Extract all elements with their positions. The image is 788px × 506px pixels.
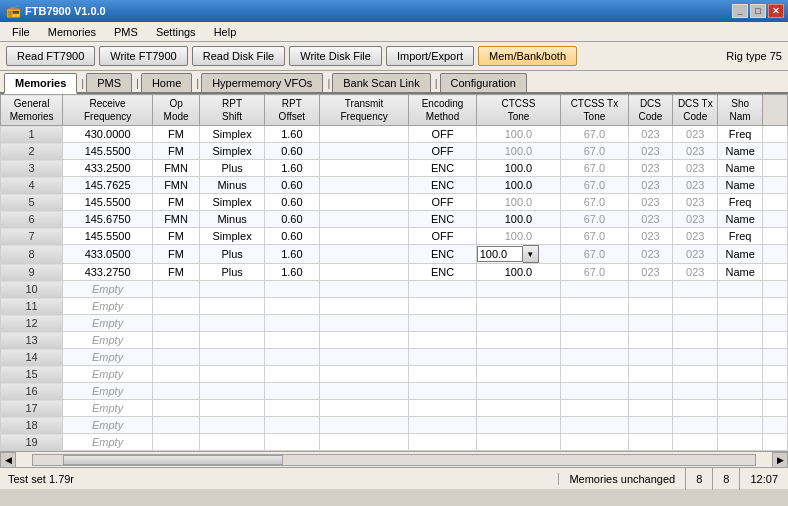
cell-freq[interactable]: 433.2750 <box>63 264 153 281</box>
tab-memories[interactable]: Memories <box>4 73 77 94</box>
cell-shift[interactable]: Plus <box>200 160 265 177</box>
cell-mode[interactable]: FM <box>152 194 199 211</box>
cell-mode[interactable]: FMN <box>152 160 199 177</box>
cell-offset[interactable]: 0.60 <box>264 228 319 245</box>
cell-dcs-tx[interactable]: 023 <box>673 211 718 228</box>
tab-bank-scan[interactable]: Bank Scan Link <box>332 73 430 92</box>
cell-ctcss[interactable]: 100.0 100.0 103.5 107.2 110.9 114.8 118.… <box>476 264 561 281</box>
cell-dcs[interactable]: 023 <box>628 228 673 245</box>
cell-shift[interactable]: Simplex <box>200 194 265 211</box>
cell-offset[interactable]: 1.60 <box>264 126 319 143</box>
minimize-button[interactable]: _ <box>732 4 748 18</box>
cell-offset[interactable]: 1.60 <box>264 264 319 281</box>
cell-ctcss-tx[interactable]: 67.0 <box>561 211 628 228</box>
cell-dcs[interactable]: 023 <box>628 177 673 194</box>
tab-configuration[interactable]: Configuration <box>440 73 527 92</box>
cell-enc[interactable]: OFF <box>409 143 476 160</box>
cell-enc[interactable]: OFF <box>409 194 476 211</box>
cell-enc[interactable]: ENC <box>409 211 476 228</box>
cell-mode[interactable]: FMN <box>152 177 199 194</box>
cell-ctcss-tx[interactable]: 67.0 <box>561 177 628 194</box>
mem-bank-both-button[interactable]: Mem/Bank/both <box>478 46 577 66</box>
cell-shift[interactable]: Simplex <box>200 126 265 143</box>
tab-home[interactable]: Home <box>141 73 192 92</box>
cell-offset[interactable]: 1.60 <box>264 245 319 264</box>
read-disk-button[interactable]: Read Disk File <box>192 46 286 66</box>
cell-dcs-tx[interactable]: 023 <box>673 160 718 177</box>
cell-ctcss[interactable]: 100.0 <box>476 126 561 143</box>
cell-enc[interactable]: ENC <box>409 264 476 281</box>
cell-ctcss[interactable]: 100.0 <box>476 211 561 228</box>
cell-enc[interactable]: ENC <box>409 245 476 264</box>
ctcss-input[interactable] <box>477 246 523 262</box>
cell-tx[interactable] <box>319 126 409 143</box>
cell-shift[interactable]: Minus <box>200 177 265 194</box>
cell-dcs[interactable]: 023 <box>628 143 673 160</box>
cell-dcs-tx[interactable]: 023 <box>673 245 718 264</box>
scrollbar-thumb[interactable] <box>63 455 283 465</box>
scrollbar-track[interactable] <box>32 454 756 466</box>
cell-freq[interactable]: 145.6750 <box>63 211 153 228</box>
cell-offset[interactable]: 0.60 <box>264 143 319 160</box>
scrollbar-right-arrow[interactable]: ▶ <box>772 452 788 468</box>
cell-shift[interactable]: Simplex <box>200 143 265 160</box>
horizontal-scrollbar[interactable]: ◀ ▶ <box>0 451 788 467</box>
cell-dcs-tx[interactable]: 023 <box>673 143 718 160</box>
cell-offset[interactable]: 0.60 <box>264 211 319 228</box>
cell-dcs[interactable]: 023 <box>628 160 673 177</box>
import-export-button[interactable]: Import/Export <box>386 46 474 66</box>
write-disk-button[interactable]: Write Disk File <box>289 46 382 66</box>
scrollbar-left-arrow[interactable]: ◀ <box>0 452 16 468</box>
cell-mode[interactable]: FM <box>152 228 199 245</box>
cell-tx[interactable] <box>319 211 409 228</box>
cell-ctcss-tx[interactable]: 67.0 <box>561 160 628 177</box>
ctcss-dropdown-list[interactable]: 100.0 103.5 107.2 110.9 114.8 118.8 123.… <box>476 264 477 281</box>
cell-ctcss-tx[interactable]: 67.0 <box>561 126 628 143</box>
cell-tx[interactable] <box>319 245 409 264</box>
cell-dcs[interactable]: 023 <box>628 245 673 264</box>
cell-freq[interactable]: 145.7625 <box>63 177 153 194</box>
cell-dcs-tx[interactable]: 023 <box>673 126 718 143</box>
cell-tx[interactable] <box>319 143 409 160</box>
cell-sho[interactable]: Name <box>718 264 763 281</box>
cell-tx[interactable] <box>319 194 409 211</box>
cell-shift[interactable]: Simplex <box>200 228 265 245</box>
write-ft7900-button[interactable]: Write FT7900 <box>99 46 187 66</box>
cell-dcs-tx[interactable]: 023 <box>673 228 718 245</box>
cell-sho[interactable]: Name <box>718 143 763 160</box>
cell-enc[interactable]: ENC <box>409 160 476 177</box>
cell-ctcss[interactable]: 100.0 <box>476 143 561 160</box>
menu-file[interactable]: File <box>4 24 38 40</box>
cell-ctcss-dropdown[interactable]: ▼ <box>476 245 561 264</box>
cell-offset[interactable]: 1.60 <box>264 160 319 177</box>
cell-dcs-tx[interactable]: 023 <box>673 194 718 211</box>
cell-ctcss[interactable]: 100.0 <box>476 194 561 211</box>
cell-ctcss-tx[interactable]: 67.0 <box>561 228 628 245</box>
cell-mode[interactable]: FM <box>152 143 199 160</box>
cell-freq[interactable]: 145.5500 <box>63 228 153 245</box>
cell-ctcss-tx[interactable]: 67.0 <box>561 264 628 281</box>
cell-dcs-tx[interactable]: 023 <box>673 264 718 281</box>
tab-pms[interactable]: PMS <box>86 73 132 92</box>
cell-freq[interactable]: 430.0000 <box>63 126 153 143</box>
cell-sho[interactable]: Name <box>718 245 763 264</box>
cell-sho[interactable]: Name <box>718 211 763 228</box>
maximize-button[interactable]: □ <box>750 4 766 18</box>
cell-dcs-tx[interactable]: 023 <box>673 177 718 194</box>
cell-ctcss[interactable]: 100.0 <box>476 177 561 194</box>
cell-mode[interactable]: FM <box>152 245 199 264</box>
cell-freq[interactable]: 433.2500 <box>63 160 153 177</box>
cell-dcs[interactable]: 023 <box>628 264 673 281</box>
menu-settings[interactable]: Settings <box>148 24 204 40</box>
cell-ctcss-tx[interactable]: 67.0 <box>561 245 628 264</box>
cell-sho[interactable]: Name <box>718 177 763 194</box>
menu-pms[interactable]: PMS <box>106 24 146 40</box>
cell-dcs[interactable]: 023 <box>628 211 673 228</box>
cell-dcs[interactable]: 023 <box>628 194 673 211</box>
cell-offset[interactable]: 0.60 <box>264 194 319 211</box>
cell-shift[interactable]: Minus <box>200 211 265 228</box>
cell-mode[interactable]: FMN <box>152 211 199 228</box>
cell-tx[interactable] <box>319 177 409 194</box>
menu-help[interactable]: Help <box>206 24 245 40</box>
cell-shift[interactable]: Plus <box>200 264 265 281</box>
